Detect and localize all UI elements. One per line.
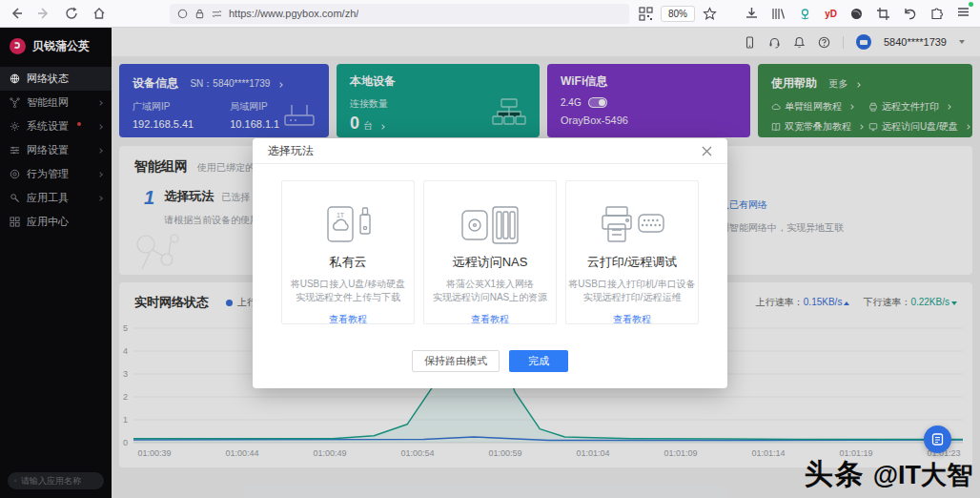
watermark-handle: @IT大智: [873, 458, 972, 492]
nas-icon: [459, 203, 521, 247]
undo-arrow-icon[interactable]: [903, 7, 917, 21]
option-title: 私有云: [282, 254, 414, 271]
svg-text:1T: 1T: [337, 212, 345, 218]
screen: https://www.pgybox.com/zh/ 80% yD 贝锐蒲: [0, 0, 980, 498]
option-description: 将USB口接入U盘/移动硬盘 实现远程文件上传与下载: [282, 278, 414, 304]
view-tutorial-link[interactable]: 查看教程: [566, 313, 698, 326]
option-private-cloud[interactable]: 1T 私有云 将USB口接入U盘/移动硬盘 实现远程文件上传与下载 查看教程: [281, 180, 415, 324]
support-fab-button[interactable]: [924, 425, 951, 453]
browser-menu-icon[interactable]: [956, 5, 970, 23]
close-icon[interactable]: [702, 146, 712, 156]
url-bar[interactable]: https://www.pgybox.com/zh/: [170, 4, 629, 24]
view-tutorial-link[interactable]: 查看教程: [282, 313, 414, 326]
watermark: 头条 @IT大智: [805, 455, 972, 494]
printer-serial-icon: [599, 203, 665, 247]
option-description: 将蒲公英X1接入网络 实现远程访问NAS上的资源: [424, 278, 556, 304]
option-title: 云打印/远程调试: [566, 254, 698, 271]
modal-title: 选择玩法: [268, 143, 314, 159]
lock-icon[interactable]: [194, 9, 205, 19]
puzzle-extension-icon[interactable]: [929, 7, 944, 21]
option-description: 将USB口接入打印机/串口设备 实现远程打印/远程运维: [566, 278, 698, 304]
library-icon[interactable]: [771, 7, 786, 21]
extension-yd-icon[interactable]: yD: [825, 9, 837, 19]
browser-extensions: yD: [745, 5, 970, 23]
option-title: 远程访问NAS: [424, 254, 556, 271]
browser-toolbar: https://www.pgybox.com/zh/ 80% yD: [0, 0, 980, 28]
reload-icon[interactable]: [65, 7, 78, 20]
downloads-icon[interactable]: [745, 7, 759, 21]
page-zoom-indicator[interactable]: 80%: [661, 6, 695, 22]
option-cloud-print[interactable]: 云打印/远程调试 将USB口接入打印机/串口设备 实现远程打印/远程运维 查看教…: [565, 180, 699, 324]
bookmark-star-icon[interactable]: [703, 7, 717, 21]
feedback-doc-icon: [931, 433, 944, 446]
private-cloud-icon: 1T: [318, 203, 378, 247]
done-button[interactable]: 完成: [509, 350, 568, 372]
extension-pgy-icon[interactable]: [798, 7, 812, 21]
watermark-brand: 头条: [805, 455, 866, 494]
screenshot-crop-icon[interactable]: [876, 7, 890, 21]
choose-mode-modal: 选择玩法 1T 私有云: [253, 138, 727, 388]
forward-icon[interactable]: [37, 7, 51, 20]
shield-icon[interactable]: [177, 9, 188, 19]
option-remote-nas[interactable]: 远程访问NAS 将蒲公英X1接入网络 实现远程访问NAS上的资源 查看教程: [423, 180, 557, 324]
keep-router-mode-button[interactable]: 保持路由模式: [412, 350, 500, 372]
home-icon[interactable]: [92, 7, 106, 20]
extension-globe-icon[interactable]: [849, 7, 864, 21]
view-tutorial-link[interactable]: 查看教程: [424, 313, 556, 326]
qr-code-icon[interactable]: [639, 7, 653, 21]
tracking-protection-icon[interactable]: [212, 9, 222, 19]
back-icon[interactable]: [10, 7, 23, 20]
url-text[interactable]: https://www.pgybox.com/zh/: [229, 8, 358, 19]
menu-notification-dot: [969, 2, 973, 7]
